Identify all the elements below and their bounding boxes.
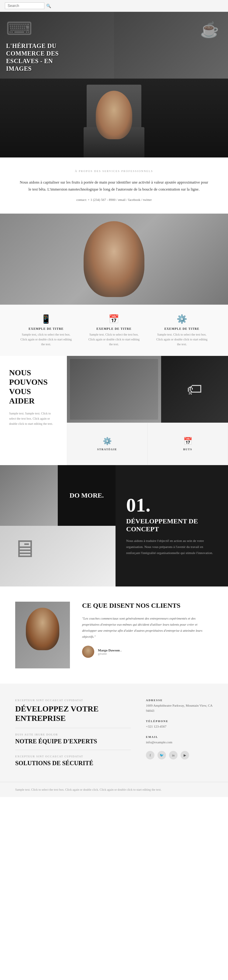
twitter-icon[interactable]: 🐦 bbox=[157, 751, 166, 759]
feature-item-1: 📅 EXEMPLE DE TITRE Sample text. Click to… bbox=[87, 314, 141, 347]
dev-photo-dark: DO MORE. bbox=[58, 465, 116, 526]
about-text: Nous aidons à capitaliser sur les fruits… bbox=[20, 179, 208, 193]
hero-text-overlay: L'HÉRITAGE DU COMMERCE DES ESCLAVES - EN… bbox=[6, 42, 67, 73]
author-name: Margo Dawson . bbox=[98, 648, 121, 652]
laptop-image bbox=[70, 359, 158, 420]
about-subtitle: À PROPOS DES SERVICES PROFESSIONNELS bbox=[18, 170, 210, 173]
footer-divider-1 bbox=[15, 728, 131, 728]
testimonial-photo bbox=[15, 601, 70, 668]
testimonial-title: CE QUE DISENT NOS CLIENTS bbox=[82, 601, 213, 609]
portrait-section bbox=[0, 79, 228, 158]
youtube-icon[interactable]: ▶ bbox=[181, 751, 189, 759]
footer-security-title: SOLUTIONS DE SÉCURITÉ bbox=[15, 760, 131, 767]
footer-team-title: NOTRE ÉQUIPE D'EXPERTS bbox=[15, 738, 131, 745]
footer-bottom: Sample text. Click to select the text bo… bbox=[0, 782, 228, 797]
hero-image-right bbox=[114, 12, 228, 79]
search-bar: 🔍 bbox=[0, 0, 228, 12]
gear-icon: ⚙️ bbox=[177, 314, 187, 324]
footer-right-column: ADRESSE 1609 Amphitheatre Parkway, Mount… bbox=[146, 699, 213, 767]
footer-eyebrow-2: Excepteur sint occaecat cupidatat bbox=[15, 755, 131, 758]
feature-desc-2: Sample text. Click to select the text bo… bbox=[154, 332, 209, 347]
feature-desc-1: Sample text. Click to select the text bo… bbox=[87, 332, 141, 347]
gear-icon-card: ⚙️ bbox=[103, 437, 112, 445]
footer-bottom-text: Sample text. Click to select the text bo… bbox=[15, 787, 213, 792]
feature-desc-0: Sample text, click to select the text bo… bbox=[19, 332, 74, 347]
calendar-icon-card: 📅 bbox=[183, 437, 193, 445]
address-text: 1609 Amphitheatre Parkway, Mountain View… bbox=[146, 703, 213, 714]
footer-cta-section: Excepteur sint occaecat cupidatat DÉVELO… bbox=[0, 684, 228, 782]
feature-title-0: EXEMPLE DE TITRE bbox=[29, 327, 64, 331]
help-large-image: CONTENT bbox=[67, 356, 161, 423]
instagram-icon[interactable]: in bbox=[169, 751, 178, 759]
large-photo-section bbox=[0, 213, 228, 305]
help-text-column: NOUS POUVONS VOUS AIDER Sample text. Sam… bbox=[0, 356, 67, 465]
feature-item-2: ⚙️ EXEMPLE DE TITRE Sample text. Click t… bbox=[154, 314, 209, 347]
testimonial-content: CE QUE DISENT NOS CLIENTS "Les coaches c… bbox=[82, 601, 213, 658]
feature-item-0: 📱 EXEMPLE DE TITRE Sample text, click to… bbox=[19, 314, 74, 347]
dev-photo-person bbox=[0, 465, 58, 526]
dev-content-block: 01. DÉVELOPPEMENT DE CONCEPT Nous aidons… bbox=[116, 465, 228, 587]
about-contact[interactable]: contact: + 1 (234) 567 - 8900 / email / … bbox=[18, 198, 210, 202]
help-section: NOUS POUVONS VOUS AIDER Sample text. Sam… bbox=[0, 356, 228, 465]
facebook-icon[interactable]: f bbox=[146, 751, 154, 759]
search-button[interactable]: 🔍 bbox=[46, 4, 51, 8]
testimonial-section: CE QUE DISENT NOS CLIENTS "Les coaches c… bbox=[0, 587, 228, 684]
help-card-strategie[interactable]: ⚙️ STRATÉGIE bbox=[67, 423, 148, 465]
email-text: info@example.com bbox=[146, 740, 213, 745]
phone-text: +321 123-4567 bbox=[146, 724, 213, 729]
footer-cta-title: DÉVELOPPEZ VOTRE ENTREPRISE bbox=[15, 704, 131, 723]
features-row: 📱 EXEMPLE DE TITRE Sample text, click to… bbox=[0, 305, 228, 356]
search-icon: 🔍 bbox=[46, 4, 51, 8]
buts-label: BUTS bbox=[183, 448, 193, 451]
phone-icon: 📱 bbox=[41, 314, 51, 324]
dev-title: DÉVELOPPEMENT DE CONCEPT bbox=[126, 517, 217, 533]
dev-photos-grid: DO MORE. bbox=[0, 465, 116, 587]
help-small-image: 🏷 bbox=[161, 356, 228, 423]
hero-section: L'HÉRITAGE DU COMMERCE DES ESCLAVES - EN… bbox=[0, 12, 228, 79]
development-section: DO MORE. 01. DÉVELOPPEMENT DE CONCEPT No… bbox=[0, 465, 228, 587]
feature-title-1: EXEMPLE DE TITRE bbox=[96, 327, 131, 331]
tag-icon: 🏷 bbox=[187, 380, 202, 398]
email-block: EMAIL info@example.com bbox=[146, 735, 213, 745]
address-label: ADRESSE bbox=[146, 699, 213, 702]
about-section: À PROPOS DES SERVICES PROFESSIONNELS Nou… bbox=[0, 158, 228, 213]
help-title: NOUS POUVONS VOUS AIDER bbox=[9, 368, 58, 406]
dev-number: 01. bbox=[126, 495, 217, 515]
calendar-icon: 📅 bbox=[109, 314, 119, 324]
search-input[interactable] bbox=[5, 2, 44, 9]
portrait-image bbox=[0, 79, 228, 158]
feature-title-2: EXEMPLE DE TITRE bbox=[164, 327, 199, 331]
address-block: ADRESSE 1609 Amphitheatre Parkway, Mount… bbox=[146, 699, 213, 714]
phone-label: TÉLÉPHONE bbox=[146, 720, 213, 723]
dev-photo-desk bbox=[0, 526, 116, 587]
dev-desc: Nous aidons à traduire l'objectif en act… bbox=[126, 538, 217, 556]
help-desc: Sample text. Sample text. Click to selec… bbox=[9, 411, 58, 426]
footer-left-column: Excepteur sint occaecat cupidatat DÉVELO… bbox=[15, 699, 131, 767]
footer-divider-label: Duis aute irure dolor bbox=[15, 733, 131, 736]
do-more-text: DO MORE. bbox=[70, 492, 104, 500]
help-media-column: CONTENT 🏷 ⚙️ STRATÉGIE 📅 BUTS bbox=[67, 356, 228, 465]
strategie-label: STRATÉGIE bbox=[97, 448, 117, 451]
help-cards-row: ⚙️ STRATÉGIE 📅 BUTS bbox=[67, 423, 228, 465]
portrait-face bbox=[96, 91, 132, 139]
author-role: gérante bbox=[98, 652, 121, 655]
hero-title: L'HÉRITAGE DU COMMERCE DES ESCLAVES - EN… bbox=[6, 42, 67, 73]
social-icons-row: f 🐦 in ▶ bbox=[146, 751, 213, 759]
phone-block: TÉLÉPHONE +321 123-4567 bbox=[146, 720, 213, 729]
testimonial-quote: "Les coaches commerciaux sont généraleme… bbox=[82, 616, 213, 640]
author-avatar bbox=[82, 646, 94, 658]
testimonial-author: Margo Dawson . gérante bbox=[82, 646, 213, 658]
help-card-buts[interactable]: 📅 BUTS bbox=[148, 423, 228, 465]
email-label: EMAIL bbox=[146, 735, 213, 738]
footer-eyebrow-1: Excepteur sint occaecat cupidatat bbox=[15, 699, 131, 702]
